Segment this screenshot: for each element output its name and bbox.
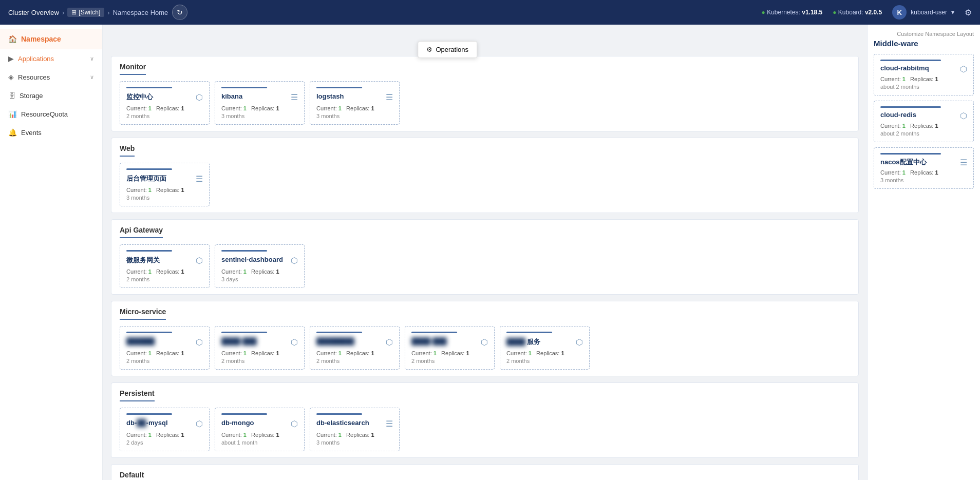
sidebar-item-storage[interactable]: 🗄 Storage bbox=[0, 86, 102, 105]
workload-name: ████████ bbox=[316, 337, 354, 345]
workload-backend-ui[interactable]: 后台管理页面 ☰ Current: 1 Replicas: 1 3 months bbox=[120, 163, 210, 206]
middleware-name: cloud-redis bbox=[880, 111, 916, 119]
sidebar-item-resources[interactable]: ◈ Resources ∨ bbox=[0, 68, 102, 86]
app-header: Cluster Overview › ⊞ [Switch] › Namespac… bbox=[0, 0, 980, 25]
workload-name: 微服务网关 bbox=[126, 256, 160, 265]
workload-jiankong[interactable]: 监控中心 ⬡ Current: 1 Replicas: 1 2 months bbox=[120, 81, 210, 125]
workload-ms1[interactable]: ██████ ⬡ Current: 1 Replicas: 1 2 months bbox=[120, 326, 210, 370]
sidebar-item-applications[interactable]: ▶ Applications ∨ bbox=[0, 49, 102, 68]
workload-cube-icon: ⬡ bbox=[386, 337, 393, 347]
middleware-name: nacos配置中心 bbox=[880, 158, 927, 167]
workload-db-mongo[interactable]: db-mongo ⬡ Current: 1 Replicas: 1 about … bbox=[215, 408, 305, 451]
workload-stats: Current: 1 Replicas: 1 bbox=[316, 432, 393, 438]
middleware-redis[interactable]: cloud-redis ⬡ Current: 1 Replicas: 1 abo… bbox=[874, 101, 974, 142]
switch-button[interactable]: ⊞ [Switch] bbox=[67, 8, 104, 17]
kubernetes-version: v1.18.5 bbox=[802, 9, 822, 16]
breadcrumb: Cluster Overview › ⊞ [Switch] › Namespac… bbox=[8, 8, 168, 17]
replicas-label: Replicas: bbox=[536, 350, 559, 356]
operations-button[interactable]: ⚙ Operations bbox=[418, 41, 477, 58]
replicas-label: Replicas: bbox=[156, 105, 179, 111]
default-section: Default bbox=[111, 464, 859, 480]
replicas-value: 1 bbox=[181, 268, 184, 275]
current-value: 1 bbox=[148, 268, 152, 275]
workload-name: ████-███ bbox=[221, 337, 257, 345]
middleware-cube-icon: ⬡ bbox=[960, 111, 967, 121]
main-layout: 🏠 Namespace ▶ Applications ∨ ◈ Resources… bbox=[0, 25, 980, 480]
current-label: Current: bbox=[316, 432, 337, 438]
namespace-home-link[interactable]: Namespace Home bbox=[113, 9, 168, 16]
workload-ms4[interactable]: ████-███ ⬡ Current: 1 Replicas: 1 2 mont… bbox=[405, 326, 495, 370]
middleware-name: cloud-rabbitmq bbox=[880, 64, 929, 72]
replicas-value: 1 bbox=[935, 169, 938, 176]
current-value: 1 bbox=[902, 123, 906, 129]
workload-stats: Current: 1 Replicas: 1 bbox=[221, 105, 298, 111]
replicas-label: Replicas: bbox=[910, 76, 933, 82]
workload-stats: Current: 1 Replicas: 1 bbox=[126, 105, 203, 111]
replicas-value: 1 bbox=[466, 350, 469, 356]
middleware-time: about 2 months bbox=[880, 130, 967, 137]
current-value: 1 bbox=[148, 105, 152, 111]
cluster-overview-link[interactable]: Cluster Overview bbox=[8, 9, 59, 16]
workload-db-mysql[interactable]: db-██-mysql ⬡ Current: 1 Replicas: 1 2 d… bbox=[120, 408, 210, 451]
middleware-time: 3 months bbox=[880, 177, 967, 183]
replicas-label: Replicas: bbox=[346, 432, 369, 438]
applications-icon: ▶ bbox=[8, 54, 14, 63]
workload-cube-icon: ⬡ bbox=[196, 419, 203, 429]
workload-ms3[interactable]: ████████ ⬡ Current: 1 Replicas: 1 2 mont… bbox=[310, 326, 400, 370]
replicas-label: Replicas: bbox=[441, 350, 464, 356]
k8s-dot: ● bbox=[762, 9, 765, 16]
replicas-label: Replicas: bbox=[346, 105, 369, 111]
replicas-value: 1 bbox=[181, 350, 184, 356]
breadcrumb-sep2: › bbox=[107, 9, 109, 16]
workload-weifw[interactable]: 微服务网关 ⬡ Current: 1 Replicas: 1 2 months bbox=[120, 244, 210, 288]
operations-label: Operations bbox=[436, 46, 468, 53]
workload-ms5[interactable]: ████ 服务 ⬡ Current: 1 Replicas: 1 2 month… bbox=[500, 326, 590, 370]
current-label: Current: bbox=[221, 105, 242, 111]
workload-cube-icon: ☰ bbox=[386, 92, 393, 102]
workload-time: 2 months bbox=[411, 358, 488, 364]
header-left: Cluster Overview › ⊞ [Switch] › Namespac… bbox=[8, 5, 762, 20]
current-value: 1 bbox=[529, 350, 532, 356]
replicas-value: 1 bbox=[935, 123, 938, 129]
workload-sentinel[interactable]: sentinel-dashboard ⬡ Current: 1 Replicas… bbox=[215, 244, 305, 288]
workload-cube-icon: ☰ bbox=[196, 174, 203, 184]
default-title: Default bbox=[120, 471, 144, 480]
replicas-label: Replicas: bbox=[251, 268, 274, 275]
replicas-value: 1 bbox=[181, 105, 184, 111]
kubernetes-label: Kubernetes: bbox=[767, 9, 800, 16]
web-grid: 后台管理页面 ☰ Current: 1 Replicas: 1 3 months bbox=[120, 163, 850, 206]
sidebar-namespace[interactable]: 🏠 Namespace bbox=[0, 29, 102, 49]
middleware-stats: Current: 1 Replicas: 1 bbox=[880, 76, 967, 82]
switch-icon: ⊞ bbox=[71, 9, 77, 16]
storage-icon: 🗄 bbox=[8, 91, 15, 100]
current-label: Current: bbox=[880, 123, 901, 129]
workload-cube-icon: ⬡ bbox=[576, 337, 583, 347]
workload-stats: Current: 1 Replicas: 1 bbox=[126, 268, 203, 275]
resourcequota-icon: 📊 bbox=[8, 110, 17, 118]
current-value: 1 bbox=[243, 268, 247, 275]
current-label: Current: bbox=[316, 105, 337, 111]
workload-logstash[interactable]: logstash ☰ Current: 1 Replicas: 1 3 mont… bbox=[310, 81, 400, 125]
main-content: ⚙ Operations Monitor 监控中心 ⬡ Current: 1 bbox=[103, 25, 867, 480]
workload-db-elasticsearch[interactable]: db-elasticsearch ☰ Current: 1 Replicas: … bbox=[310, 408, 400, 451]
workload-time: 2 months bbox=[316, 358, 393, 364]
workload-stats: Current: 1 Replicas: 1 bbox=[126, 187, 203, 193]
middleware-nacos[interactable]: nacos配置中心 ☰ Current: 1 Replicas: 1 3 mon… bbox=[874, 147, 974, 189]
replicas-value: 1 bbox=[276, 268, 279, 275]
user-area[interactable]: K kuboard-user ▾ bbox=[892, 5, 954, 20]
workload-kibana[interactable]: kibana ☰ Current: 1 Replicas: 1 3 months bbox=[215, 81, 305, 125]
workload-name: ██████ bbox=[126, 337, 155, 345]
current-label: Current: bbox=[221, 432, 242, 438]
settings-icon[interactable]: ⚙ bbox=[965, 8, 972, 17]
middleware-rabbitmq[interactable]: cloud-rabbitmq ⬡ Current: 1 Replicas: 1 … bbox=[874, 54, 974, 95]
workload-name: 后台管理页面 bbox=[126, 174, 166, 183]
switch-label: [Switch] bbox=[79, 9, 100, 16]
sidebar-item-events[interactable]: 🔔 Events bbox=[0, 123, 102, 142]
monitor-title: Monitor bbox=[120, 63, 146, 75]
refresh-button[interactable]: ↻ bbox=[172, 5, 187, 20]
customize-label: Customize Namespace Layout bbox=[874, 31, 974, 37]
sidebar-item-resourcequota[interactable]: 📊 ResourceQuota bbox=[0, 105, 102, 123]
workload-ms2[interactable]: ████-███ ⬡ Current: 1 Replicas: 1 2 mont… bbox=[215, 326, 305, 370]
workload-name: ████-███ bbox=[411, 337, 447, 345]
workload-stats: Current: 1 Replicas: 1 bbox=[126, 350, 203, 356]
